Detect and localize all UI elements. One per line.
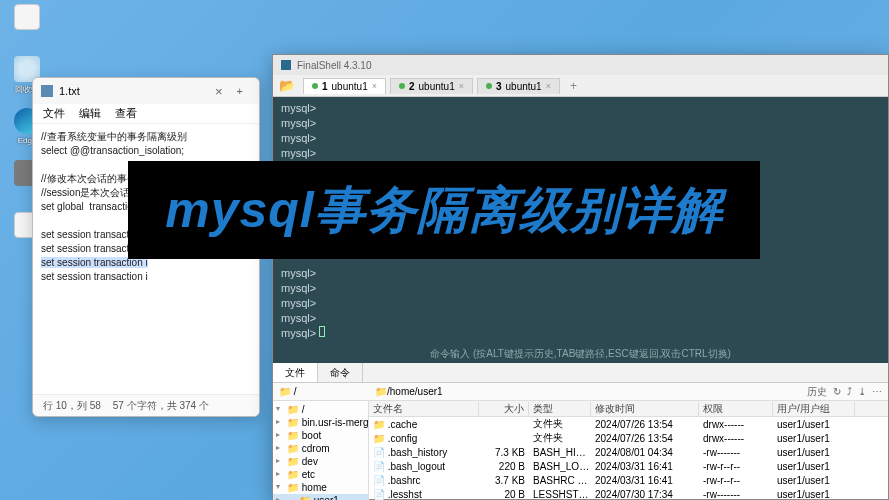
menu-view[interactable]: 查看 [115,106,137,121]
file-row[interactable]: 📄 .bash_logout220 BBASH_LO…2024/03/31 16… [369,459,888,473]
tree-item[interactable]: 📁 dev [273,455,368,468]
status-dot-icon [486,83,492,89]
file-browser: 📁 /📁 bin.usr-is-merged📁 boot📁 cdrom📁 dev… [273,401,888,500]
download-icon[interactable]: ⤓ [858,386,866,397]
tree-item[interactable]: 📁 etc [273,468,368,481]
terminal-hint: 命令输入 (按ALT键提示历史,TAB键路径,ESC键返回,双击CTRL切换) [273,346,888,361]
file-row[interactable]: 📁 .cache文件夹2024/07/26 13:54drwx------use… [369,417,888,431]
shell-tab-1[interactable]: 1ubuntu1× [303,78,386,94]
tab-files[interactable]: 文件 [273,363,318,382]
close-icon[interactable]: × [546,81,551,91]
tree-item[interactable]: 📁 boot [273,429,368,442]
status-dot-icon [312,83,318,89]
finalshell-icon [281,60,291,70]
close-icon[interactable]: × [372,81,377,91]
tree-item[interactable]: 📁 bin.usr-is-merged [273,416,368,429]
bottom-tabs: 文件 命令 [273,363,888,383]
add-tab-icon[interactable]: + [564,79,583,93]
file-row[interactable]: 📄 .lesshst20 BLESSHST…2024/07/30 17:34-r… [369,487,888,500]
current-path[interactable]: /home/user1 [387,386,443,397]
menu-file[interactable]: 文件 [43,106,65,121]
new-tab-icon[interactable]: + [229,85,251,97]
video-title-overlay: mysql事务隔离级别详解 [128,161,760,259]
notepad-filename: 1.txt [59,85,209,97]
notepad-menubar: 文件 编辑 查看 [33,104,259,124]
tab-commands[interactable]: 命令 [318,363,363,382]
desktop-icon[interactable] [7,4,47,52]
tree-item[interactable]: 📁 user1 [273,494,368,500]
file-list[interactable]: 文件名 大小 类型 修改时间 权限 用户/用户组 📁 .cache文件夹2024… [369,401,888,500]
tab-close-icon[interactable]: × [209,84,229,99]
upload-icon[interactable]: ⤴ [847,386,852,397]
folder-tree[interactable]: 📁 /📁 bin.usr-is-merged📁 boot📁 cdrom📁 dev… [273,401,369,500]
history-label[interactable]: 历史 [807,385,827,399]
finalshell-window: FinalShell 4.3.10 📂 1ubuntu1× 2ubuntu1× … [272,54,889,500]
terminal-cursor [319,326,325,337]
shell-tab-2[interactable]: 2ubuntu1× [390,78,473,94]
left-path[interactable]: 📁 / [273,386,369,397]
notepad-titlebar[interactable]: 1.txt × + [33,78,259,104]
more-icon[interactable]: ⋯ [872,386,882,397]
file-row[interactable]: 📁 .config文件夹2024/07/26 13:54drwx------us… [369,431,888,445]
finalshell-titlebar[interactable]: FinalShell 4.3.10 [273,55,888,75]
shell-tabs: 📂 1ubuntu1× 2ubuntu1× 3ubuntu1× + [273,75,888,97]
folder-open-icon[interactable]: 📂 [279,78,295,93]
path-row: 📁 / 📁 /home/user1 历史 ↻ ⤴ ⤓ ⋯ [273,383,888,401]
overlay-text: mysql事务隔离级别详解 [165,177,723,244]
finalshell-title: FinalShell 4.3.10 [297,60,372,71]
shell-tab-3[interactable]: 3ubuntu1× [477,78,560,94]
notepad-icon [41,85,53,97]
status-char-count: 57 个字符，共 374 个 [113,399,209,413]
notepad-status-bar: 行 10，列 58 57 个字符，共 374 个 [33,394,259,416]
menu-edit[interactable]: 编辑 [79,106,101,121]
file-row[interactable]: 📄 .bashrc3.7 KBBASHRC …2024/03/31 16:41-… [369,473,888,487]
tree-item[interactable]: 📁 home [273,481,368,494]
tree-item[interactable]: 📁 cdrom [273,442,368,455]
close-icon[interactable]: × [459,81,464,91]
tree-item[interactable]: 📁 / [273,403,368,416]
status-dot-icon [399,83,405,89]
file-list-header: 文件名 大小 类型 修改时间 权限 用户/用户组 [369,401,888,417]
status-cursor-pos: 行 10，列 58 [43,399,101,413]
file-row[interactable]: 📄 .bash_history7.3 KBBASH_HI…2024/08/01 … [369,445,888,459]
refresh-icon[interactable]: ↻ [833,386,841,397]
